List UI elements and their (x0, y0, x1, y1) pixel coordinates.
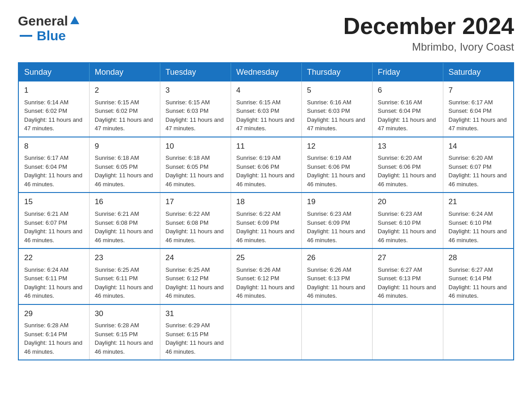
day-number: 6 (378, 85, 438, 96)
day-number: 10 (166, 141, 225, 152)
day-info: Sunrise: 6:23 AMSunset: 6:09 PMDaylight:… (307, 210, 367, 244)
day-number: 1 (24, 85, 84, 96)
calendar-cell: 28Sunrise: 6:27 AMSunset: 6:14 PMDayligh… (443, 248, 514, 304)
calendar-cell: 2Sunrise: 6:15 AMSunset: 6:02 PMDaylight… (89, 81, 160, 137)
calendar-week-row: 15Sunrise: 6:21 AMSunset: 6:07 PMDayligh… (18, 193, 514, 248)
day-number: 7 (449, 85, 508, 96)
calendar-cell: 21Sunrise: 6:24 AMSunset: 6:10 PMDayligh… (443, 193, 514, 248)
calendar-cell: 18Sunrise: 6:22 AMSunset: 6:09 PMDayligh… (231, 193, 301, 248)
header-friday: Friday (372, 63, 443, 81)
calendar-cell: 13Sunrise: 6:20 AMSunset: 6:06 PMDayligh… (372, 137, 443, 193)
calendar-cell: 23Sunrise: 6:25 AMSunset: 6:11 PMDayligh… (89, 248, 160, 304)
calendar-cell: 26Sunrise: 6:26 AMSunset: 6:13 PMDayligh… (301, 248, 372, 304)
day-info: Sunrise: 6:26 AMSunset: 6:12 PMDaylight:… (236, 265, 296, 300)
day-number: 30 (95, 308, 154, 320)
day-info: Sunrise: 6:21 AMSunset: 6:08 PMDaylight:… (95, 210, 154, 244)
calendar-cell: 31Sunrise: 6:29 AMSunset: 6:15 PMDayligh… (160, 304, 231, 360)
day-info: Sunrise: 6:19 AMSunset: 6:06 PMDaylight:… (307, 154, 367, 188)
header-sunday: Sunday (18, 63, 89, 81)
day-number: 13 (378, 141, 438, 152)
header: General Blue December 2024 Mbrimbo, Ivor… (18, 13, 514, 53)
day-info: Sunrise: 6:16 AMSunset: 6:04 PMDaylight:… (378, 98, 438, 133)
logo-line-icon (20, 35, 32, 37)
day-info: Sunrise: 6:29 AMSunset: 6:15 PMDaylight:… (166, 321, 225, 356)
calendar-cell: 6Sunrise: 6:16 AMSunset: 6:04 PMDaylight… (372, 81, 443, 137)
calendar-cell: 30Sunrise: 6:28 AMSunset: 6:15 PMDayligh… (89, 304, 160, 360)
day-number: 27 (378, 253, 438, 264)
day-info: Sunrise: 6:15 AMSunset: 6:03 PMDaylight:… (236, 98, 296, 133)
calendar-cell: 27Sunrise: 6:27 AMSunset: 6:13 PMDayligh… (372, 248, 443, 304)
day-info: Sunrise: 6:25 AMSunset: 6:12 PMDaylight:… (166, 265, 225, 300)
day-number: 28 (449, 253, 508, 264)
title-area: December 2024 Mbrimbo, Ivory Coast (343, 13, 514, 53)
calendar-week-row: 29Sunrise: 6:28 AMSunset: 6:14 PMDayligh… (18, 304, 514, 360)
calendar-cell: 1Sunrise: 6:14 AMSunset: 6:02 PMDaylight… (18, 81, 89, 137)
calendar-table: SundayMondayTuesdayWednesdayThursdayFrid… (18, 62, 514, 360)
day-info: Sunrise: 6:28 AMSunset: 6:15 PMDaylight:… (95, 321, 154, 356)
day-info: Sunrise: 6:17 AMSunset: 6:04 PMDaylight:… (449, 98, 508, 133)
day-info: Sunrise: 6:16 AMSunset: 6:03 PMDaylight:… (307, 98, 367, 133)
day-info: Sunrise: 6:19 AMSunset: 6:06 PMDaylight:… (236, 154, 296, 188)
calendar-cell: 19Sunrise: 6:23 AMSunset: 6:09 PMDayligh… (301, 193, 372, 248)
calendar-cell: 4Sunrise: 6:15 AMSunset: 6:03 PMDaylight… (231, 81, 301, 137)
calendar-week-row: 1Sunrise: 6:14 AMSunset: 6:02 PMDaylight… (18, 81, 514, 137)
calendar-week-row: 22Sunrise: 6:24 AMSunset: 6:11 PMDayligh… (18, 248, 514, 304)
day-info: Sunrise: 6:21 AMSunset: 6:07 PMDaylight:… (24, 210, 84, 244)
day-number: 21 (449, 197, 508, 208)
day-info: Sunrise: 6:20 AMSunset: 6:06 PMDaylight:… (378, 154, 438, 188)
calendar-cell (301, 304, 372, 360)
header-thursday: Thursday (301, 63, 372, 81)
day-number: 29 (24, 308, 84, 320)
day-info: Sunrise: 6:20 AMSunset: 6:07 PMDaylight:… (449, 154, 508, 188)
day-number: 24 (166, 253, 225, 264)
calendar-cell (443, 304, 514, 360)
day-number: 9 (95, 141, 154, 152)
calendar-cell: 7Sunrise: 6:17 AMSunset: 6:04 PMDaylight… (443, 81, 514, 137)
day-info: Sunrise: 6:24 AMSunset: 6:11 PMDaylight:… (24, 265, 84, 300)
day-number: 5 (307, 85, 367, 96)
logo-blue-text: Blue (37, 28, 66, 43)
day-info: Sunrise: 6:18 AMSunset: 6:05 PMDaylight:… (95, 154, 154, 188)
day-info: Sunrise: 6:22 AMSunset: 6:09 PMDaylight:… (236, 210, 296, 244)
day-number: 18 (236, 197, 296, 208)
calendar-cell: 17Sunrise: 6:22 AMSunset: 6:08 PMDayligh… (160, 193, 231, 248)
day-number: 31 (166, 308, 225, 320)
calendar-cell: 29Sunrise: 6:28 AMSunset: 6:14 PMDayligh… (18, 304, 89, 360)
day-info: Sunrise: 6:26 AMSunset: 6:13 PMDaylight:… (307, 265, 367, 300)
day-info: Sunrise: 6:22 AMSunset: 6:08 PMDaylight:… (166, 210, 225, 244)
header-tuesday: Tuesday (160, 63, 231, 81)
calendar-cell: 11Sunrise: 6:19 AMSunset: 6:06 PMDayligh… (231, 137, 301, 193)
calendar-cell: 15Sunrise: 6:21 AMSunset: 6:07 PMDayligh… (18, 193, 89, 248)
day-info: Sunrise: 6:14 AMSunset: 6:02 PMDaylight:… (24, 98, 84, 133)
calendar-cell: 25Sunrise: 6:26 AMSunset: 6:12 PMDayligh… (231, 248, 301, 304)
day-number: 20 (378, 197, 438, 208)
day-number: 26 (307, 253, 367, 264)
day-number: 22 (24, 253, 84, 264)
day-info: Sunrise: 6:24 AMSunset: 6:10 PMDaylight:… (449, 210, 508, 244)
day-number: 23 (95, 253, 154, 264)
calendar-cell: 14Sunrise: 6:20 AMSunset: 6:07 PMDayligh… (443, 137, 514, 193)
day-info: Sunrise: 6:25 AMSunset: 6:11 PMDaylight:… (95, 265, 154, 300)
header-saturday: Saturday (443, 63, 514, 81)
day-info: Sunrise: 6:27 AMSunset: 6:13 PMDaylight:… (378, 265, 438, 300)
calendar-cell: 3Sunrise: 6:15 AMSunset: 6:03 PMDaylight… (160, 81, 231, 137)
calendar-cell (231, 304, 301, 360)
logo-triangle-icon (70, 16, 79, 24)
calendar-cell: 20Sunrise: 6:23 AMSunset: 6:10 PMDayligh… (372, 193, 443, 248)
calendar-cell: 8Sunrise: 6:17 AMSunset: 6:04 PMDaylight… (18, 137, 89, 193)
day-info: Sunrise: 6:15 AMSunset: 6:02 PMDaylight:… (95, 98, 154, 133)
day-info: Sunrise: 6:28 AMSunset: 6:14 PMDaylight:… (24, 321, 84, 356)
day-number: 3 (166, 85, 225, 96)
day-number: 11 (236, 141, 296, 152)
day-info: Sunrise: 6:27 AMSunset: 6:14 PMDaylight:… (449, 265, 508, 300)
calendar-cell: 22Sunrise: 6:24 AMSunset: 6:11 PMDayligh… (18, 248, 89, 304)
day-number: 25 (236, 253, 296, 264)
location-title: Mbrimbo, Ivory Coast (343, 41, 514, 53)
day-number: 17 (166, 197, 225, 208)
day-number: 14 (449, 141, 508, 152)
day-number: 12 (307, 141, 367, 152)
month-title: December 2024 (343, 13, 514, 39)
day-number: 2 (95, 85, 154, 96)
header-monday: Monday (89, 63, 160, 81)
day-info: Sunrise: 6:18 AMSunset: 6:05 PMDaylight:… (166, 154, 225, 188)
